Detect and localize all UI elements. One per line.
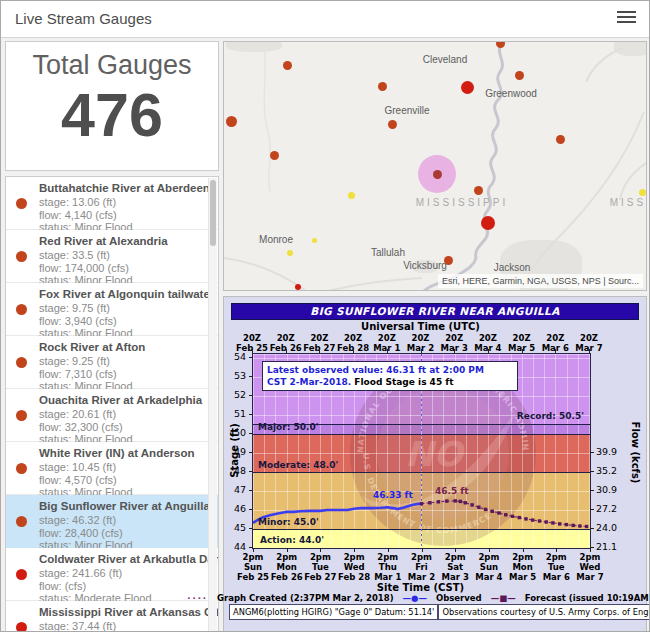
gauge-marker-minor[interactable] [270,151,279,160]
gauge-status-dot-icon [16,622,27,632]
map-label-monroe: Monroe [259,234,293,245]
gauge-marker-minor[interactable] [474,186,483,195]
axis-tickmark [489,548,490,552]
gauge-flow: flow: 3,940 (cfs) [39,315,204,328]
legend-forecast: Forecast (issued 10:19AM Mar 2) [525,593,650,603]
gauge-marker-minor[interactable] [515,71,524,80]
gauge-marker-moderate[interactable] [461,81,474,94]
map-label-mississippi: MISSISSIPPI [416,197,508,208]
minor-label: Minor: 45.0' [258,517,319,527]
gauge-stage: stage: 9.75 (ft) [39,302,204,315]
gauge-marker-minor[interactable] [444,256,453,265]
gauge-flow: flow: (cfs) [39,580,204,593]
gauge-status-dot-icon [16,251,27,262]
gauge-flow: flow: 174,000 (cfs) [39,262,204,275]
map-attribution: Esri, HERE, Garmin, NGA, USGS, NPS | Sou… [438,274,643,288]
observations-courtesy-box: Observations courtesy of U.S. Army Corps… [438,604,650,620]
gauge-marker-action[interactable] [639,189,646,196]
list-item-gauge[interactable]: Rock River at Aftonstage: 9.25 (ft)flow:… [6,336,218,389]
flow-tick-label: 21.1 [596,541,626,552]
gauge-stage: stage: 241.66 (ft) [39,567,204,580]
list-scrollbar-thumb[interactable] [210,180,216,246]
gauge-marker-minor[interactable] [556,135,565,144]
major-label: Major: 50.0' [258,422,318,432]
total-gauges-value: 476 [6,85,218,146]
stage-tick-label: 52 [226,389,246,400]
observed-value-label: 46.33 ft [373,490,413,500]
infobox-line1: Latest observed value: 46.31 ft at 2:00 … [267,365,484,375]
record-label: Record: 50.5' [517,411,584,421]
infobox-flood-stage: Flood Stage is 45 ft [351,377,453,387]
map-label-vicksburg: Vicksburg [403,260,447,271]
list-item-gauge[interactable]: Big Sunflower River at Anguillastage: 46… [6,495,218,548]
stage-tick-label: 47 [226,484,246,495]
stage-tick-label: 51 [226,408,246,419]
stage-tick-label: 44 [226,541,246,552]
map-label-mississippi: MISSISSIPPI [610,197,647,208]
gauge-marker-minor[interactable] [496,41,505,48]
bottom-axis-tick: 2pmWedMar 7 [568,552,612,582]
forecast-peak-label: 46.5 ft [435,486,469,496]
gauge-text: Mississippi River at Arkansas Citystage:… [39,606,204,632]
list-item-gauge[interactable]: Mississippi River at Arkansas Citystage:… [6,601,218,632]
axis-tickmark [590,509,594,510]
latest-observed-infobox: Latest observed value: 46.31 ft at 2:00 … [262,361,518,391]
axis-tickmark [249,433,253,434]
axis-tickmark [253,548,254,552]
app-window: Live Stream Gauges Total Gauges 476 Butt… [0,0,650,632]
axis-tickmark [249,509,253,510]
selected-gauge-marker[interactable] [433,170,442,179]
hamburger-menu-icon[interactable] [617,11,636,26]
forecast-swatch: —■— [491,593,516,603]
gauge-name: Red River at Alexandria [39,235,204,248]
action-label: Action: 44.0' [260,535,324,545]
map-panel[interactable]: ClevelandGreenwoodGreenvilleMISSISSIPPIM… [223,41,647,291]
graph-created-swatch: ···· [187,593,208,603]
gauge-text: Ouachita River at Arkadelphiastage: 20.6… [39,394,204,446]
gauge-marker-minor[interactable] [283,61,292,70]
list-item-gauge[interactable]: Buttahatchie River at Aberdeenstage: 13.… [6,177,218,230]
axis-tickmark [523,548,524,552]
gauge-marker-moderate[interactable] [481,216,495,230]
map-label-tallulah: Tallulah [371,247,405,258]
bottom-axis-day: Wed [568,562,612,572]
gauge-marker-action[interactable] [287,250,293,256]
axis-tickmark [590,471,594,472]
map-label-greenville: Greenville [384,105,429,116]
list-scrollbar[interactable] [208,178,217,631]
axis-tickmark [590,528,594,529]
hydrograph-plot: NATIONAL OCEANIC AND ATMOSPHERIC ADMIN U… [252,353,591,549]
total-gauges-card: Total Gauges 476 [5,41,219,171]
list-item-gauge[interactable]: Red River at Alexandriastage: 33.5 (ft)f… [6,230,218,283]
axis-tickmark [249,452,253,453]
gauge-flow: flow: 28,400 (cfs) [39,527,204,540]
stage-tick-label: 54 [226,351,246,362]
axis-tickmark [249,528,253,529]
flow-axis-label: Flow (kcfs) [630,418,641,488]
gauge-marker-minor[interactable] [226,116,237,127]
gauge-list-card: Buttahatchie River at Aberdeenstage: 13.… [5,176,219,632]
gauge-status-dot-icon [16,198,27,209]
gauge-text: Rock River at Aftonstage: 9.25 (ft)flow:… [39,341,204,393]
list-item-gauge[interactable]: Fox River at Algonquin tailwaterstage: 9… [6,283,218,336]
chart-legend: ···· Graph Created (2:37PM Mar 2, 2018) … [228,593,642,603]
gauge-marker-action[interactable] [312,238,317,243]
gauge-list: Buttahatchie River at Aberdeenstage: 13.… [6,177,218,632]
gauge-marker-minor[interactable] [388,120,397,129]
gauge-stage: stage: 13.06 (ft) [39,196,204,209]
list-item-gauge[interactable]: White River (IN) at Andersonstage: 10.45… [6,442,218,495]
chart-footer: ANGM6(plotting HGIRG) "Gage 0" Datum: 51… [229,604,641,620]
top-axis-hour: 20Z [567,333,611,343]
gauge-marker-action[interactable] [348,192,355,199]
infobox-line2-date: CST 2-Mar-2018. [267,377,351,387]
gauge-stage: stage: 9.25 (ft) [39,355,204,368]
gauge-stage: stage: 37.44 (ft) [39,620,204,632]
gauge-name: Rock River at Afton [39,341,204,354]
gauge-marker-moderate[interactable] [295,284,301,290]
gauge-marker-minor[interactable] [378,82,387,91]
hydrograph-title: BIG SUNFLOWER RIVER NEAR ANGUILLA [231,303,639,320]
list-item-gauge[interactable]: Ouachita River at Arkadelphiastage: 20.6… [6,389,218,442]
axis-tickmark [388,548,389,552]
gauge-text: Buttahatchie River at Aberdeenstage: 13.… [39,182,204,234]
gauge-status-dot-icon [16,304,27,315]
